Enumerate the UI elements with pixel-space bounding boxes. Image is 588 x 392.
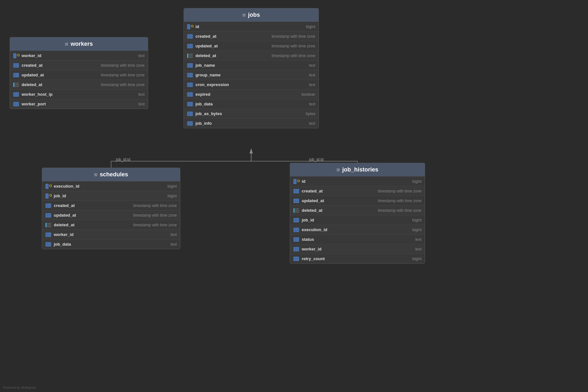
- svg-line-7: [19, 56, 20, 57]
- col-icon: [187, 73, 194, 77]
- col-icon: [13, 73, 20, 77]
- col-name: job_data: [195, 102, 307, 106]
- col-icon: [187, 54, 194, 58]
- col-type: timestamp with time zone: [272, 54, 315, 58]
- table-jobs: ⊞ jobs idbigint created_attimestamp with…: [184, 8, 319, 128]
- col-type: timestamp with time zone: [133, 213, 177, 218]
- col-name: execution_id: [302, 227, 410, 232]
- col-name: job_data: [54, 242, 169, 247]
- col-name: job_id: [54, 193, 166, 198]
- col-name: deleted_at: [195, 53, 270, 58]
- col-icon: [293, 247, 300, 251]
- svg-rect-105: [45, 232, 51, 237]
- col-type: timestamp with time zone: [101, 83, 145, 87]
- svg-point-118: [298, 180, 299, 182]
- svg-rect-145: [293, 247, 299, 251]
- svg-rect-149: [293, 257, 299, 261]
- table-row: deleted_attimestamp with time zone: [10, 80, 148, 89]
- col-type: text: [309, 63, 315, 68]
- svg-rect-19: [15, 84, 19, 85]
- svg-rect-93: [45, 203, 51, 208]
- svg-rect-61: [187, 92, 193, 97]
- table-row: updated_attimestamp with time zone: [184, 41, 318, 51]
- svg-point-34: [191, 25, 193, 27]
- table-schedules: ⊞ schedules execution_idbigint: [42, 168, 180, 249]
- svg-rect-53: [187, 73, 193, 77]
- col-icon: [45, 184, 52, 189]
- col-icon: [13, 102, 20, 106]
- col-icon: [293, 228, 300, 232]
- table-row: created_attimestamp with time zone: [184, 31, 318, 41]
- col-name: created_at: [302, 189, 376, 193]
- svg-rect-73: [187, 121, 193, 126]
- svg-line-83: [52, 186, 52, 187]
- col-icon: [187, 44, 194, 48]
- col-name: created_at: [54, 203, 131, 208]
- col-name: deleted_at: [302, 208, 376, 213]
- col-name: worker_id: [54, 232, 169, 237]
- table-row: idbigint: [184, 22, 318, 31]
- col-icon: [293, 257, 300, 261]
- col-type: text: [309, 102, 315, 106]
- col-icon: [13, 92, 20, 97]
- table-row: execution_idbigint: [42, 181, 180, 191]
- col-icon: [45, 242, 52, 247]
- col-name: deleted_at: [54, 222, 131, 227]
- table-row: job_idbigint: [42, 191, 180, 201]
- col-icon: [45, 213, 52, 218]
- col-icon: [293, 199, 300, 203]
- table-row: created_attimestamp with time zone: [10, 60, 148, 70]
- svg-point-90: [50, 194, 52, 196]
- table-row: updated_attimestamp with time zone: [10, 70, 148, 80]
- col-name: worker_host_ip: [22, 92, 137, 97]
- col-icon: [45, 223, 52, 227]
- table-row: statustext: [290, 234, 425, 244]
- table-row: created_attimestamp with time zone: [290, 186, 425, 196]
- table-row: updated_attimestamp with time zone: [290, 196, 425, 205]
- svg-rect-9: [13, 63, 19, 68]
- col-name: job_name: [195, 63, 307, 68]
- svg-rect-125: [293, 199, 299, 203]
- col-icon: [13, 63, 20, 68]
- svg-rect-37: [187, 34, 193, 39]
- col-type: bigint: [167, 194, 177, 198]
- table-title-jobs: jobs: [248, 12, 260, 18]
- table-job-histories: ⊞ job_histories idbigint created_attimes…: [290, 163, 425, 264]
- col-type: timestamp with time zone: [378, 199, 422, 203]
- svg-rect-46: [189, 54, 193, 55]
- table-row: deleted_attimestamp with time zone: [290, 205, 425, 215]
- table-icon-jobs: ⊞: [242, 12, 246, 18]
- svg-rect-20: [15, 86, 19, 87]
- col-icon: [293, 179, 300, 184]
- col-type: bigint: [412, 179, 422, 184]
- col-name: group_name: [195, 73, 307, 77]
- table-row: worker_idtext: [42, 230, 180, 239]
- col-name: worker_id: [22, 53, 137, 58]
- table-row: worker_idtext: [290, 244, 425, 254]
- col-type: timestamp with time zone: [101, 63, 145, 68]
- col-icon: [293, 218, 300, 222]
- svg-rect-104: [47, 226, 51, 227]
- svg-rect-109: [45, 242, 51, 247]
- col-type: text: [171, 232, 177, 237]
- svg-rect-137: [293, 228, 299, 232]
- col-type: text: [309, 121, 315, 126]
- table-header-workers: ⊞ workers: [10, 37, 148, 51]
- col-icon: [187, 83, 194, 87]
- table-row: job_as_bytesbytea: [184, 109, 318, 118]
- col-name: deleted_at: [22, 82, 99, 87]
- col-icon: [293, 189, 300, 193]
- table-row: cron_expressiontext: [184, 80, 318, 89]
- col-name: id: [302, 179, 410, 184]
- db-canvas: job_id:id job_id:id ⊞ workers worker_idt…: [0, 0, 588, 392]
- svg-rect-65: [187, 102, 193, 106]
- col-icon: [187, 102, 194, 106]
- col-icon: [13, 83, 20, 87]
- col-icon: [45, 232, 52, 237]
- svg-rect-103: [47, 224, 51, 226]
- relation-label-job-histories: job_id:id: [309, 157, 324, 162]
- svg-rect-141: [293, 237, 299, 242]
- svg-rect-130: [295, 208, 299, 210]
- table-row: worker_idtext: [10, 51, 148, 60]
- col-type: text: [415, 247, 422, 251]
